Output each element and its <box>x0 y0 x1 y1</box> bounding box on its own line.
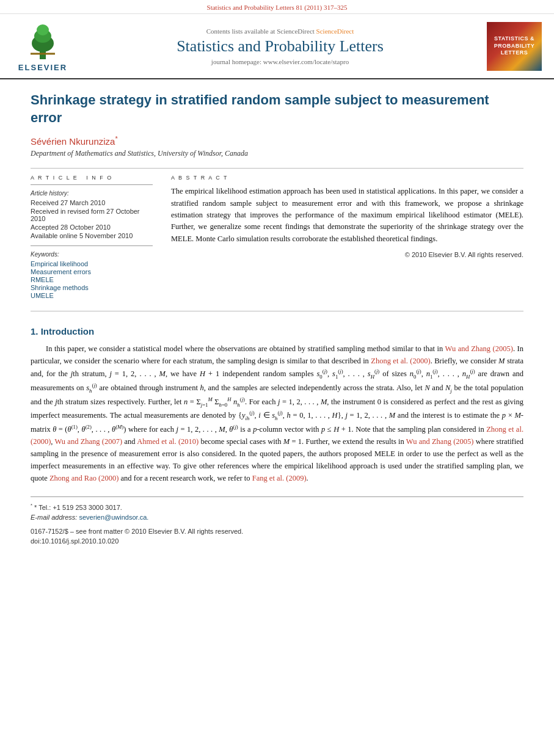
received-date: Received 27 March 2010 <box>31 199 153 206</box>
article-info-panel: A R T I C L E I N F O Article history: R… <box>31 175 153 300</box>
ahmed-2010-link[interactable]: Ahmed et al. (2010) <box>137 437 199 446</box>
email-value: severien@uwindsor.ca. <box>79 514 148 521</box>
zhong-rao-2000-link[interactable]: Zhong and Rao (2000) <box>49 474 119 482</box>
revised-date: Received in revised form 27 October 2010 <box>31 208 153 222</box>
divider-2 <box>31 311 523 311</box>
article-info-divider <box>31 184 153 185</box>
logo-right-text: STATISTICS & PROBABILITY LETTERS <box>487 35 542 57</box>
zhong-2000-link[interactable]: Zhong et al. (2000) <box>371 357 430 365</box>
footnote-star: * * Tel.: +1 519 253 3000 3017. <box>31 502 523 512</box>
keyword-4: Shrinkage methods <box>31 284 153 291</box>
keyword-1: Empirical likelihood <box>31 260 153 267</box>
affiliation: Department of Mathematics and Statistics… <box>31 149 523 158</box>
accepted-date: Accepted 28 October 2010 <box>31 224 153 231</box>
journal-header: ELSEVIER Contents lists available at Sci… <box>0 14 554 79</box>
keywords-list: Empirical likelihood Measurement errors … <box>31 260 153 299</box>
elsevier-wordmark: ELSEVIER <box>18 63 67 72</box>
available-date: Available online 5 November 2010 <box>31 232 153 239</box>
author-footnote-marker: * <box>115 135 117 142</box>
content-area: Shrinkage strategy in stratified random … <box>0 79 554 565</box>
footnote-star-marker: * <box>31 503 32 508</box>
divider-1 <box>31 168 523 169</box>
author-name: Sévérien Nkurunziza* <box>31 135 523 147</box>
abstract-text: The empirical likelihood estimation appr… <box>171 186 523 245</box>
paper-title: Shrinkage strategy in stratified random … <box>31 92 523 126</box>
history-label: Article history: <box>31 190 153 197</box>
journal-logo-right: STATISTICS & PROBABILITY LETTERS <box>487 22 542 71</box>
email-link[interactable]: severien@uwindsor.ca. <box>79 514 148 521</box>
email-label: E-mail address: <box>31 514 77 521</box>
elsevier-logo: ELSEVIER <box>12 20 73 72</box>
footnote-tel: * Tel.: +1 519 253 3000 3017. <box>34 504 122 511</box>
abstract-title: A B S T R A C T <box>171 175 523 181</box>
wu-zhang-2007-link[interactable]: Wu and Zhang (2007) <box>55 437 123 446</box>
elsevier-tree-icon <box>21 20 64 63</box>
keywords-divider <box>31 245 153 246</box>
keyword-2: Measurement errors <box>31 268 153 275</box>
intro-section-title: 1. Introduction <box>31 326 523 336</box>
journal-citation: Statistics and Probability Letters 81 (2… <box>207 4 348 11</box>
abstract-panel: A B S T R A C T The empirical likelihood… <box>171 175 523 300</box>
footnote-doi: doi:10.1016/j.spl.2010.10.020 <box>31 536 523 547</box>
article-body-columns: A R T I C L E I N F O Article history: R… <box>31 175 523 300</box>
footnote-email: E-mail address: severien@uwindsor.ca. <box>31 512 523 523</box>
sciencedirect-line: Contents lists available at ScienceDirec… <box>73 27 487 35</box>
svg-point-3 <box>37 24 49 35</box>
footnote-issn: 0167-7152/$ – see front matter © 2010 El… <box>31 526 523 537</box>
keyword-5: UMELE <box>31 292 153 299</box>
journal-homepage: journal homepage: www.elsevier.com/locat… <box>73 58 487 65</box>
footnote-section: * * Tel.: +1 519 253 3000 3017. E-mail a… <box>31 496 523 547</box>
sciencedirect-text: Contents lists available at ScienceDirec… <box>206 27 315 35</box>
fang-2009-link[interactable]: Fang et al. (2009) <box>252 474 307 482</box>
author-name-text: Sévérien Nkurunziza <box>31 136 115 147</box>
copyright-line: © 2010 Elsevier B.V. All rights reserved… <box>171 251 523 258</box>
wu-zhang-2005-link[interactable]: Wu and Zhang (2005) <box>445 344 513 353</box>
keyword-3: RMELE <box>31 276 153 283</box>
keywords-label: Keywords: <box>31 251 153 258</box>
top-bar: Statistics and Probability Letters 81 (2… <box>0 0 554 14</box>
wu-zhang-2005-link2[interactable]: Wu and Zhang (2005) <box>406 437 474 446</box>
intro-paragraph-1: In this paper, we consider a statistical… <box>31 343 523 484</box>
svg-rect-0 <box>40 51 46 59</box>
article-info-title: A R T I C L E I N F O <box>31 175 153 181</box>
header-center: Contents lists available at ScienceDirec… <box>73 27 487 65</box>
sciencedirect-link[interactable]: ScienceDirect <box>316 27 354 35</box>
journal-title-header: Statistics and Probability Letters <box>73 37 487 56</box>
homepage-text: journal homepage: www.elsevier.com/locat… <box>211 58 349 65</box>
